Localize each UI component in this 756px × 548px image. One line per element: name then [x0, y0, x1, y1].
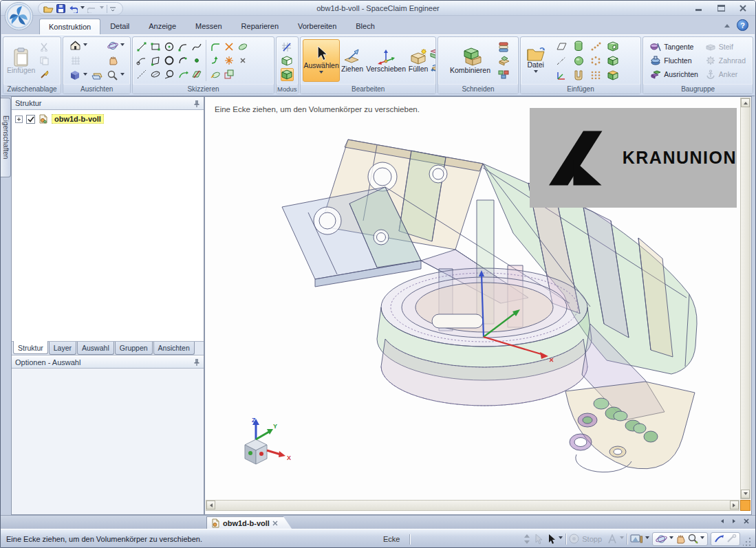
- section-mode-icon[interactable]: [281, 54, 294, 67]
- copy-icon[interactable]: [38, 54, 51, 67]
- tree-item-root[interactable]: obw1d-b-voll: [15, 114, 200, 124]
- panel-tab-layer[interactable]: Layer: [49, 342, 76, 355]
- undo-icon[interactable]: [68, 5, 78, 13]
- spaceclaim-logo-icon[interactable]: [4, 1, 34, 31]
- rigid-button[interactable]: Steif: [705, 41, 746, 53]
- maximize-button[interactable]: [714, 3, 728, 12]
- customize-qat-icon[interactable]: [110, 6, 116, 12]
- pin-icon[interactable]: [193, 358, 200, 366]
- insert-point-pattern-icon[interactable]: [590, 40, 603, 53]
- probe-icon[interactable]: [726, 534, 737, 543]
- sketch-mode-icon[interactable]: [281, 41, 294, 54]
- anchor-button[interactable]: Anker: [705, 68, 746, 80]
- zoom-dropdown-icon[interactable]: [120, 73, 125, 78]
- expand-icon[interactable]: [15, 116, 23, 123]
- insert-enclosure-icon[interactable]: [607, 69, 620, 82]
- sketch-point-icon[interactable]: [190, 54, 203, 67]
- combine-button[interactable]: Kombinieren: [446, 46, 495, 76]
- stop-icon[interactable]: [569, 534, 579, 544]
- measure-icon[interactable]: [714, 534, 724, 543]
- project-body-icon[interactable]: [497, 68, 510, 81]
- horizontal-scrollbar[interactable]: [206, 500, 739, 511]
- zoom-icon[interactable]: [106, 69, 119, 82]
- home-view-dropdown-icon[interactable]: [83, 43, 87, 48]
- scroll-right-button[interactable]: [730, 501, 739, 509]
- project-to-sketch-icon[interactable]: [208, 67, 222, 80]
- tab-konstruktion[interactable]: Konstruktion: [39, 19, 100, 35]
- format-painter-icon[interactable]: [38, 68, 51, 81]
- split-body-icon[interactable]: [497, 41, 510, 54]
- zoom-tool-icon[interactable]: [688, 534, 698, 544]
- panel-tab-auswahl[interactable]: Auswahl: [77, 342, 114, 355]
- sketch-plane-icon[interactable]: [190, 67, 203, 80]
- tab-reparieren[interactable]: Reparieren: [232, 18, 288, 34]
- zoom-tool-dropdown-icon[interactable]: [700, 536, 704, 541]
- trim-icon[interactable]: [222, 40, 235, 53]
- orbit-dropdown-icon[interactable]: [669, 536, 673, 541]
- sketch-polyline-icon[interactable]: [135, 54, 148, 67]
- snap-angle-icon[interactable]: [607, 534, 617, 544]
- sketch-bend-icon[interactable]: [176, 67, 189, 80]
- sketch-spline-icon[interactable]: [190, 40, 203, 53]
- undo-dropdown-icon[interactable]: [80, 6, 85, 11]
- split-icon[interactable]: [222, 54, 235, 67]
- orient-button[interactable]: Ausrichten: [650, 68, 698, 80]
- paste-button[interactable]: Einfügen: [6, 46, 36, 76]
- sketch-circle-icon[interactable]: [162, 40, 175, 53]
- panel-tab-gruppen[interactable]: Gruppen: [115, 342, 153, 355]
- sketch-three-point-rect-icon[interactable]: [149, 54, 162, 67]
- tab-detail[interactable]: Detail: [100, 18, 139, 34]
- insert-circular-pattern-icon[interactable]: [590, 54, 603, 67]
- align-faces-button[interactable]: Fluchten: [650, 54, 698, 67]
- collapse-ribbon-icon[interactable]: [724, 21, 730, 28]
- redo-dropdown-icon[interactable]: [100, 6, 104, 11]
- document-tab[interactable]: obw1d-b-voll: [206, 516, 292, 529]
- split-face-icon[interactable]: [497, 54, 510, 67]
- insert-grid-pattern-icon[interactable]: [590, 69, 603, 82]
- home-view-icon[interactable]: [69, 39, 82, 52]
- insert-shell-icon[interactable]: [607, 40, 620, 53]
- properties-panel-tab[interactable]: Eigenschaften: [1, 98, 11, 177]
- morph-icon[interactable]: [429, 61, 436, 74]
- close-document-icon[interactable]: [744, 518, 749, 524]
- sketch-three-point-circle-icon[interactable]: [162, 54, 175, 67]
- scroll-left-button[interactable]: [206, 501, 215, 509]
- tab-anzeige[interactable]: Anzeige: [139, 18, 186, 34]
- cut-icon[interactable]: [38, 41, 51, 54]
- tangent-button[interactable]: Tangente: [650, 41, 698, 53]
- delete-sketch-icon[interactable]: [236, 54, 249, 67]
- pull-button[interactable]: Ziehen: [340, 47, 365, 74]
- solid-mode-icon[interactable]: [281, 68, 294, 81]
- sketch-rectangle-icon[interactable]: [149, 40, 162, 53]
- insert-layout-icon[interactable]: [607, 54, 620, 67]
- vertical-scrollbar[interactable]: [740, 98, 750, 499]
- tab-messen[interactable]: Messen: [186, 18, 232, 34]
- resize-grip[interactable]: [743, 537, 752, 546]
- tab-blech[interactable]: Blech: [346, 18, 385, 34]
- view-cube-dropdown-icon[interactable]: [83, 73, 87, 78]
- insert-plane-icon[interactable]: [555, 40, 568, 53]
- scrollbar-corner[interactable]: [740, 500, 750, 511]
- view-style-icon[interactable]: [630, 534, 642, 544]
- project-edges-icon[interactable]: [222, 67, 235, 80]
- spin-view-icon[interactable]: [106, 39, 119, 52]
- spin-view-dropdown-icon[interactable]: [120, 43, 125, 48]
- panel-tab-struktur[interactable]: Struktur: [13, 341, 48, 354]
- next-document-icon[interactable]: [733, 519, 737, 523]
- pan-tool-icon[interactable]: [676, 534, 686, 544]
- tab-vorbereiten[interactable]: Vorbereiten: [288, 18, 346, 34]
- sketch-construction-line-icon[interactable]: [135, 67, 148, 80]
- insert-coordinates-icon[interactable]: [555, 69, 568, 82]
- prev-document-icon[interactable]: [719, 519, 724, 523]
- document-close-icon[interactable]: [272, 520, 278, 526]
- pin-icon[interactable]: [193, 100, 200, 107]
- orbit-icon[interactable]: [656, 534, 667, 544]
- gear-button[interactable]: Zahnrad: [705, 54, 746, 67]
- surface-patch-icon[interactable]: [236, 40, 249, 53]
- pan-icon[interactable]: [106, 54, 119, 67]
- model-viewport[interactable]: Eine Ecke ziehen, um den Volumenkörper z…: [204, 96, 752, 515]
- insert-sphere-icon[interactable]: [572, 54, 585, 67]
- fillet-corner-icon[interactable]: [208, 40, 222, 53]
- select-components-icon[interactable]: [533, 534, 544, 545]
- sketch-tangent-circle-icon[interactable]: [162, 67, 175, 80]
